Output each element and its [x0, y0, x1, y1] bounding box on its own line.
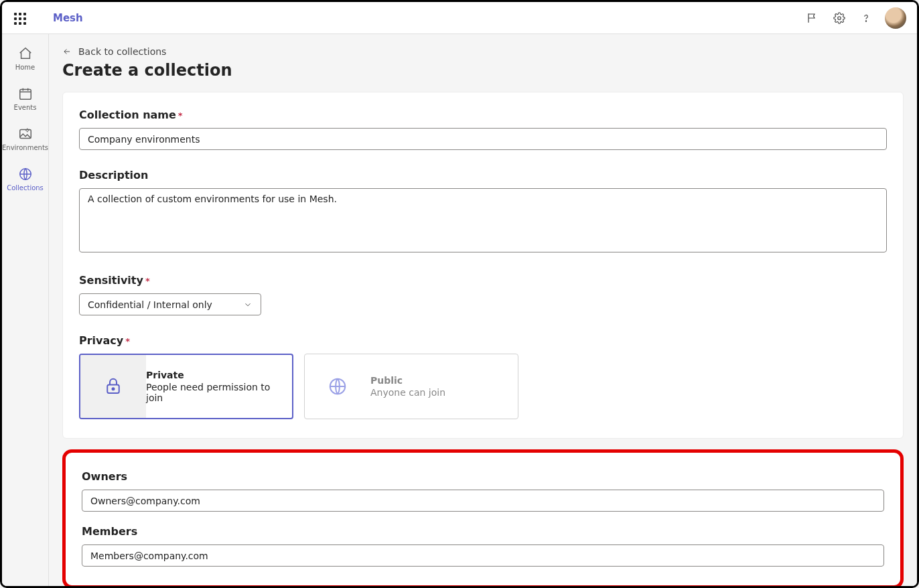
top-bar: Mesh	[2, 2, 917, 34]
sidebar-item-environments[interactable]: Environments	[4, 120, 47, 157]
back-to-collections-link[interactable]: Back to collections	[62, 46, 904, 57]
members-input[interactable]	[82, 544, 884, 567]
sidebar: Home Events Environments Collections	[2, 34, 49, 586]
gear-icon[interactable]	[826, 5, 853, 31]
globe-icon	[328, 376, 348, 396]
members-label: Members	[82, 525, 884, 538]
chevron-down-icon	[243, 300, 253, 309]
sidebar-item-label: Home	[15, 64, 36, 71]
svg-point-0	[838, 16, 841, 19]
sidebar-item-home[interactable]: Home	[4, 40, 47, 77]
privacy-option-sub: People need permission to join	[146, 382, 284, 403]
app-launcher-icon[interactable]	[13, 11, 26, 25]
sidebar-item-label: Environments	[2, 144, 48, 151]
svg-point-6	[113, 388, 115, 390]
owners-label: Owners	[82, 470, 884, 483]
avatar[interactable]	[885, 7, 906, 29]
calendar-icon	[17, 86, 33, 102]
collection-name-input[interactable]	[79, 128, 887, 150]
content-scroll[interactable]: Back to collections Create a collection …	[49, 34, 917, 586]
arrow-left-icon	[62, 47, 72, 56]
description-textarea[interactable]	[79, 188, 887, 252]
sensitivity-value: Confidential / Internal only	[88, 299, 243, 310]
svg-point-1	[865, 20, 866, 21]
privacy-option-title: Public	[370, 375, 510, 386]
image-sparkle-icon	[17, 126, 33, 142]
sidebar-item-label: Collections	[7, 184, 44, 192]
page-title: Create a collection	[62, 61, 904, 80]
description-label: Description	[79, 169, 887, 181]
name-label: Collection name*	[79, 108, 887, 121]
privacy-option-public[interactable]: Public Anyone can join	[304, 354, 518, 419]
sidebar-item-collections[interactable]: Collections	[4, 160, 47, 198]
help-icon[interactable]	[853, 5, 879, 31]
flag-icon[interactable]	[799, 5, 826, 31]
sensitivity-label: Sensitivity*	[79, 274, 887, 287]
globe-icon	[17, 166, 33, 182]
collection-form-card: Collection name* Description Sensitivity…	[62, 92, 904, 439]
home-icon	[17, 46, 33, 62]
privacy-option-title: Private	[146, 370, 284, 380]
main-layout: Home Events Environments Collections Bac…	[2, 34, 917, 586]
privacy-label: Privacy*	[79, 334, 887, 347]
sensitivity-select[interactable]: Confidential / Internal only	[79, 293, 261, 315]
sidebar-item-events[interactable]: Events	[4, 80, 47, 117]
back-label: Back to collections	[78, 46, 166, 57]
svg-rect-2	[19, 90, 31, 100]
lock-icon	[103, 376, 123, 396]
privacy-option-private[interactable]: Private People need permission to join	[79, 354, 293, 419]
brand-title[interactable]: Mesh	[53, 12, 83, 24]
sidebar-item-label: Events	[14, 104, 37, 111]
privacy-option-sub: Anyone can join	[370, 387, 510, 398]
owners-input[interactable]	[82, 490, 884, 512]
owners-members-card: Owners Members	[62, 449, 904, 586]
